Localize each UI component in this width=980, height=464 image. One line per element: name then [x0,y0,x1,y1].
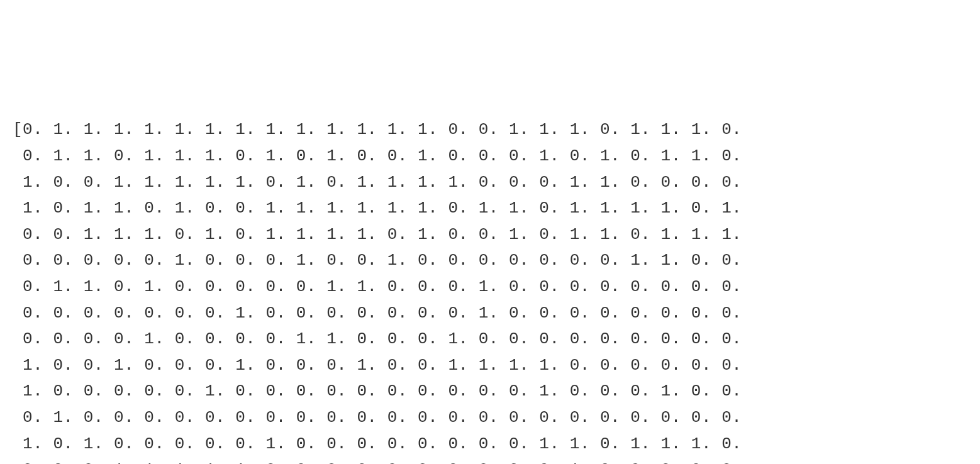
array-printout: [0. 1. 1. 1. 1. 1. 1. 1. 1. 1. 1. 1. 1. … [13,117,967,464]
